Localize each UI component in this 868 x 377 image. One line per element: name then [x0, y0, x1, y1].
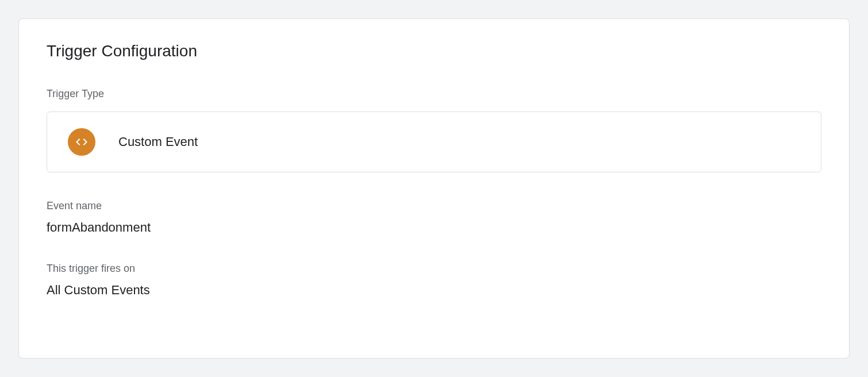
trigger-type-selector[interactable]: Custom Event: [47, 111, 821, 172]
card-title: Trigger Configuration: [47, 42, 821, 60]
fires-on-field: This trigger fires on All Custom Events: [47, 263, 821, 298]
event-name-field: Event name formAbandonment: [47, 200, 821, 235]
event-name-label: Event name: [47, 200, 821, 212]
trigger-type-name: Custom Event: [118, 134, 198, 149]
fires-on-label: This trigger fires on: [47, 263, 821, 275]
code-icon: [68, 128, 95, 156]
event-name-value: formAbandonment: [47, 220, 821, 235]
trigger-type-label: Trigger Type: [47, 88, 821, 100]
fires-on-value: All Custom Events: [47, 283, 821, 298]
trigger-configuration-card: Trigger Configuration Trigger Type Custo…: [18, 18, 850, 359]
